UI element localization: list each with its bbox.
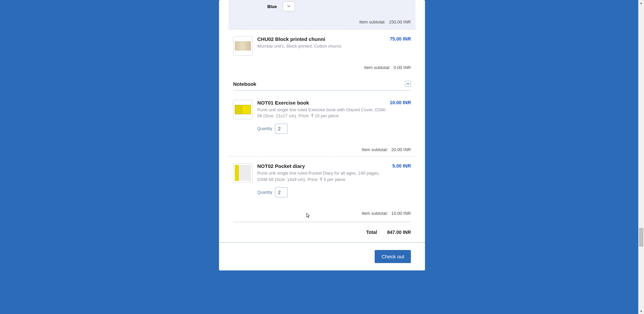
cart-item: NOT02 Pocket diary 5.00 INR Pune unit si… xyxy=(228,156,416,202)
item-thumbnail[interactable] xyxy=(233,100,253,119)
subtotal-value: 10.00 INR xyxy=(391,211,411,216)
item-price: 75.00 INR xyxy=(390,36,411,42)
checkout-button[interactable]: Check out xyxy=(375,250,411,263)
scroll-up-button[interactable]: ▲ xyxy=(638,0,644,6)
cart-content: Blue Item subtotal: 150.00 INR xyxy=(219,0,425,242)
item-details: CHU02 Block printed chunni 75.00 INR Mum… xyxy=(257,36,411,49)
item-thumbnail[interactable] xyxy=(233,163,253,183)
collapse-button[interactable] xyxy=(405,81,411,87)
subtotal-value: 0.00 INR xyxy=(394,65,411,70)
cart-panel: Blue Item subtotal: 150.00 INR xyxy=(219,0,425,270)
item-title: NOT01 Exercise book xyxy=(257,100,309,106)
item-row: NOT02 Pocket diary 5.00 INR Pune unit si… xyxy=(233,163,411,197)
item-row: CHU02 Block printed chunni 75.00 INR Mum… xyxy=(233,36,411,56)
quantity-row: Quantity xyxy=(257,187,411,197)
item-header: NOT01 Exercise book 10.00 INR xyxy=(257,100,411,106)
quantity-input[interactable] xyxy=(275,124,288,134)
chevron-up-icon xyxy=(406,81,410,87)
item-price: 5.00 INR xyxy=(392,163,411,169)
item-title: CHU02 Block printed chunni xyxy=(257,36,325,42)
item-option-block: Blue Item subtotal: 150.00 INR xyxy=(228,0,416,29)
thumb-image xyxy=(235,41,251,51)
section-title: Notebook xyxy=(233,81,256,87)
total-label: Total xyxy=(366,230,377,235)
subtotal-label: Item subtotal: xyxy=(364,65,390,70)
cart-item: NOT01 Exercise book 10.00 INR Pune unit … xyxy=(228,90,416,138)
item-header: NOT02 Pocket diary 5.00 INR xyxy=(257,163,411,169)
total-value: 847.00 INR xyxy=(387,230,411,235)
quantity-input[interactable] xyxy=(275,187,288,197)
item-header: CHU02 Block printed chunni 75.00 INR xyxy=(257,36,411,42)
chevron-down-icon xyxy=(287,3,291,9)
item-row: NOT01 Exercise book 10.00 INR Pune unit … xyxy=(233,100,411,134)
scrollbar-thumb[interactable] xyxy=(639,228,643,247)
footer-bar: Check out xyxy=(219,242,425,270)
item-thumbnail[interactable] xyxy=(233,36,253,56)
total-row: Total 847.00 INR xyxy=(219,222,425,242)
scroll-down-button[interactable]: ▼ xyxy=(638,308,644,314)
item-subtotal-row: Item subtotal: 150.00 INR xyxy=(233,13,411,24)
subtotal-value: 150.00 INR xyxy=(389,19,411,24)
thumb-image xyxy=(235,105,251,114)
subtotal-label: Item subtotal: xyxy=(362,147,388,152)
item-title: NOT02 Pocket diary xyxy=(257,163,305,169)
color-select[interactable] xyxy=(283,1,295,11)
subtotal-label: Item subtotal: xyxy=(362,211,388,216)
color-row: Blue xyxy=(233,0,411,13)
subtotal-label: Item subtotal: xyxy=(359,19,385,24)
item-details: NOT01 Exercise book 10.00 INR Pune unit … xyxy=(257,100,411,134)
item-description: Pune unit single line ruled Exercise boo… xyxy=(257,107,388,119)
thumb-image xyxy=(235,165,251,181)
item-subtotal-row: Item subtotal: 0.00 INR xyxy=(228,60,416,74)
color-label: Blue xyxy=(267,4,277,9)
item-price: 10.00 INR xyxy=(390,100,411,105)
item-subtotal-row: Item subtotal: 10.00 INR xyxy=(228,202,416,220)
item-subtotal-row: Item subtotal: 20.00 INR xyxy=(228,138,416,156)
subtotal-value: 20.00 INR xyxy=(391,147,411,152)
section-header: Notebook xyxy=(233,74,411,90)
item-details: NOT02 Pocket diary 5.00 INR Pune unit si… xyxy=(257,163,411,197)
quantity-row: Quantity xyxy=(257,124,411,134)
quantity-label: Quantity xyxy=(257,190,272,195)
item-description: Mumbai unit's, Block printed, Cotton chu… xyxy=(257,43,388,49)
cart-item: CHU02 Block printed chunni 75.00 INR Mum… xyxy=(228,29,416,60)
item-description: Pune unit single line ruled Pocket Diary… xyxy=(257,170,388,182)
scrollbar[interactable]: ▲ ▼ xyxy=(638,0,644,314)
quantity-label: Quantity xyxy=(257,126,272,131)
